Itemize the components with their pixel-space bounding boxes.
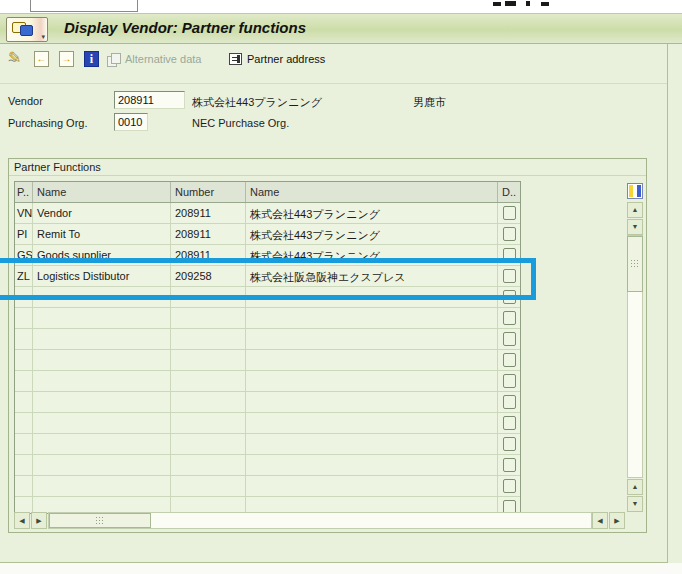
table-row[interactable]: PIRemit To208911株式会社443プランニング: [15, 224, 520, 245]
delivery-checkbox[interactable]: [503, 353, 516, 367]
table-row[interactable]: [15, 434, 520, 455]
table-cell[interactable]: [246, 476, 498, 496]
table-cell[interactable]: 208911: [171, 224, 246, 244]
table-cell[interactable]: [171, 476, 246, 496]
column-header-name[interactable]: Name: [33, 182, 171, 202]
table-cell[interactable]: 株式会社443プランニング: [246, 224, 498, 244]
table-cell[interactable]: [171, 413, 246, 433]
table-cell[interactable]: [33, 371, 171, 391]
delivery-checkbox[interactable]: [503, 437, 516, 451]
table-cell[interactable]: [33, 476, 171, 496]
table-cell[interactable]: Logistics Distibutor: [33, 266, 171, 286]
delivery-checkbox[interactable]: [503, 248, 516, 262]
table-cell[interactable]: [15, 350, 33, 370]
scroll-down-button-bottom[interactable]: ▼: [627, 496, 643, 512]
scroll-up-button[interactable]: ▲: [627, 202, 643, 218]
table-row[interactable]: [15, 476, 520, 497]
table-cell[interactable]: Goods supplier: [33, 245, 171, 265]
delivery-checkbox[interactable]: [503, 227, 516, 241]
table-cell[interactable]: [15, 434, 33, 454]
scroll-up-button-bottom[interactable]: ▲: [627, 479, 643, 495]
table-row[interactable]: [15, 308, 520, 329]
table-row[interactable]: [15, 329, 520, 350]
delivery-checkbox[interactable]: [503, 374, 516, 388]
table-cell[interactable]: [171, 497, 246, 513]
table-cell[interactable]: [171, 329, 246, 349]
delivery-checkbox[interactable]: [503, 269, 516, 283]
scroll-down-button[interactable]: ▼: [627, 219, 643, 235]
next-screen-button[interactable]: →: [59, 51, 74, 67]
table-cell[interactable]: [15, 455, 33, 475]
table-cell[interactable]: [33, 434, 171, 454]
column-header-number[interactable]: Number: [171, 182, 246, 202]
scroll-right-button[interactable]: ▶: [31, 512, 47, 529]
table-cell[interactable]: [33, 392, 171, 412]
display-change-button[interactable]: ✎ 〜: [8, 48, 30, 70]
delivery-checkbox[interactable]: [503, 458, 516, 472]
delivery-checkbox[interactable]: [503, 395, 516, 409]
table-cell[interactable]: [33, 350, 171, 370]
table-cell[interactable]: [15, 413, 33, 433]
table-cell[interactable]: [171, 434, 246, 454]
table-cell[interactable]: [33, 413, 171, 433]
vertical-scrollbar-thumb[interactable]: [627, 236, 643, 292]
table-row[interactable]: VNVendor208911株式会社443プランニング: [15, 203, 520, 224]
table-cell[interactable]: [246, 413, 498, 433]
delivery-checkbox[interactable]: [503, 479, 516, 493]
table-row[interactable]: [15, 455, 520, 476]
table-cell[interactable]: 208911: [171, 245, 246, 265]
table-cell[interactable]: 株式会社443プランニング: [246, 245, 498, 265]
vendor-field[interactable]: 208911: [114, 91, 185, 109]
table-cell[interactable]: Vendor: [33, 203, 171, 223]
scroll-left-button[interactable]: ◀: [14, 512, 30, 529]
cropped-command-field[interactable]: [30, 0, 138, 12]
table-row[interactable]: [15, 371, 520, 392]
table-cell[interactable]: PI: [15, 224, 33, 244]
partner-address-button[interactable]: Partner address: [229, 49, 325, 69]
table-row[interactable]: [15, 392, 520, 413]
previous-screen-button[interactable]: ←: [34, 51, 49, 67]
table-cell[interactable]: [246, 434, 498, 454]
table-cell[interactable]: 株式会社443プランニング: [246, 203, 498, 223]
table-cell[interactable]: [246, 497, 498, 513]
table-cell[interactable]: [15, 497, 33, 513]
scroll-left-button-right[interactable]: ◀: [592, 512, 608, 529]
table-cell[interactable]: 209258: [171, 266, 246, 286]
table-cell[interactable]: [33, 308, 171, 328]
delivery-checkbox[interactable]: [503, 206, 516, 220]
table-cell[interactable]: 208911: [171, 203, 246, 223]
table-cell[interactable]: [33, 287, 171, 307]
table-settings-icon[interactable]: [627, 183, 643, 199]
column-header-delivery[interactable]: D..: [498, 182, 520, 202]
table-cell[interactable]: [15, 329, 33, 349]
table-cell[interactable]: [15, 371, 33, 391]
table-cell[interactable]: [246, 392, 498, 412]
table-cell[interactable]: [246, 350, 498, 370]
column-header-pf[interactable]: P..: [15, 182, 33, 202]
table-cell[interactable]: [246, 371, 498, 391]
table-cell[interactable]: [33, 329, 171, 349]
table-cell[interactable]: [246, 455, 498, 475]
table-cell[interactable]: [15, 308, 33, 328]
table-cell[interactable]: [246, 287, 498, 307]
administrative-data-button[interactable]: i: [84, 51, 99, 67]
table-cell[interactable]: VN: [15, 203, 33, 223]
table-row[interactable]: [15, 413, 520, 434]
table-row[interactable]: [15, 497, 520, 513]
table-row[interactable]: [15, 287, 520, 308]
table-cell[interactable]: [246, 329, 498, 349]
delivery-checkbox[interactable]: [503, 311, 516, 325]
table-cell[interactable]: [171, 392, 246, 412]
table-cell[interactable]: [171, 455, 246, 475]
table-cell[interactable]: [33, 497, 171, 513]
table-row[interactable]: ZLLogistics Distibutor209258株式会社阪急阪神エクスプ…: [15, 266, 520, 287]
table-row[interactable]: GSGoods supplier208911株式会社443プランニング: [15, 245, 520, 266]
table-cell[interactable]: ZL: [15, 266, 33, 286]
table-cell[interactable]: GS: [15, 245, 33, 265]
table-cell[interactable]: [171, 371, 246, 391]
table-cell[interactable]: [15, 392, 33, 412]
table-cell[interactable]: Remit To: [33, 224, 171, 244]
delivery-checkbox[interactable]: [503, 290, 516, 304]
delivery-checkbox[interactable]: [503, 416, 516, 430]
table-cell[interactable]: [171, 350, 246, 370]
